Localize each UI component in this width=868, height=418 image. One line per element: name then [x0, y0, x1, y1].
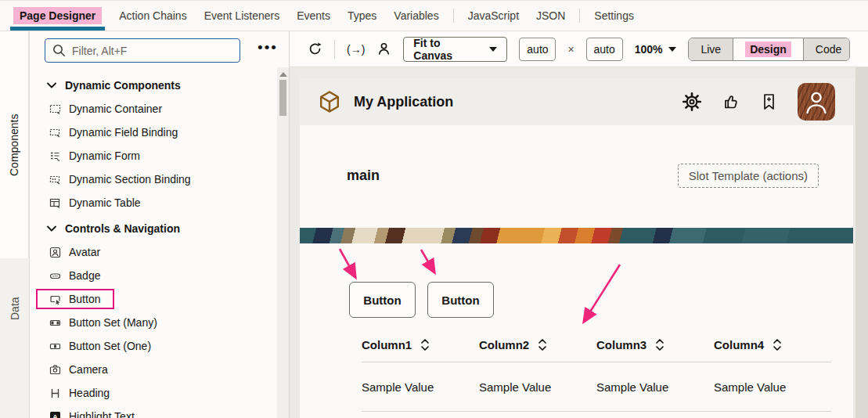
- table-cell: Sample Value: [596, 380, 714, 394]
- tab-json[interactable]: JSON: [528, 1, 574, 31]
- sidebar-item-button-set-many[interactable]: Button Set (Many): [30, 311, 289, 334]
- tab-types[interactable]: Types: [339, 1, 385, 31]
- sort-icon: [773, 338, 782, 351]
- sidebar-item-dynamic-container[interactable]: Dynamic Container: [30, 97, 289, 121]
- column-header[interactable]: Column1: [362, 338, 479, 351]
- table-cell: Sample Value: [479, 380, 596, 394]
- sidebar-scrollbar[interactable]: [277, 67, 289, 418]
- tab-settings[interactable]: Settings: [585, 1, 643, 31]
- search-icon: [52, 43, 67, 58]
- table-row[interactable]: Sample Value Sample Value Sample Value S…: [362, 362, 831, 412]
- fit-to-canvas-select[interactable]: Fit to Canvas: [403, 37, 507, 62]
- caret-down-icon: [489, 47, 497, 52]
- sidebar-item-button[interactable]: Button: [30, 287, 289, 311]
- refresh-icon[interactable]: [308, 41, 322, 56]
- canvas-width-input[interactable]: [519, 38, 556, 61]
- canvas-button-2[interactable]: Button: [427, 282, 494, 318]
- tab-javascript[interactable]: JavaScript: [459, 1, 528, 31]
- heading-icon: [49, 387, 61, 399]
- canvas-page[interactable]: My Application: [300, 78, 853, 418]
- sidebar-item-camera[interactable]: Camera: [30, 358, 289, 381]
- design-mode-button[interactable]: Design: [733, 38, 803, 60]
- section-dynamic-components[interactable]: Dynamic Components: [30, 74, 289, 97]
- table-cell: Sample Value: [714, 380, 831, 394]
- zoom-select[interactable]: 100%: [635, 43, 677, 56]
- design-canvas[interactable]: My Application: [290, 67, 868, 418]
- chevron-down-icon: [47, 225, 56, 232]
- user-avatar[interactable]: [798, 83, 835, 121]
- caret-down-icon: [668, 47, 676, 52]
- dynamic-container-icon: [49, 103, 61, 115]
- page-name-heading: main: [347, 168, 380, 184]
- camera-icon: [49, 364, 61, 376]
- sort-icon: [420, 338, 430, 351]
- avatar-icon: [49, 247, 61, 258]
- top-tab-bar: Page Designer Action Chains Event Listen…: [0, 1, 868, 31]
- button-icon: [49, 294, 61, 305]
- sidebar-item-highlight-text[interactable]: A Highlight Text: [30, 405, 289, 418]
- sidebar-item-dynamic-table[interactable]: Dynamic Table: [30, 191, 289, 214]
- tab-events[interactable]: Events: [288, 1, 339, 31]
- sidebar-item-avatar[interactable]: Avatar: [30, 240, 289, 264]
- dynamic-table-icon: [49, 197, 61, 209]
- left-rail: Components Data: [0, 31, 30, 418]
- sort-icon: [538, 338, 547, 351]
- canvas-scrollbar[interactable]: [855, 67, 868, 418]
- section-title: Controls & Navigation: [65, 222, 180, 235]
- sidebar-item-dynamic-field-binding[interactable]: Dynamic Field Binding: [30, 121, 289, 144]
- sidebar-item-heading[interactable]: Heading: [30, 381, 289, 405]
- filter-input[interactable]: [45, 38, 240, 63]
- overflow-menu-icon[interactable]: •••: [258, 44, 278, 58]
- table-cell: Sample Value: [362, 380, 479, 394]
- slot-template-placeholder[interactable]: Slot Template (actions): [678, 164, 819, 188]
- page-designer-window: Page Designer Action Chains Event Listen…: [0, 0, 868, 418]
- svg-text:A: A: [52, 413, 58, 418]
- settings-gear-icon[interactable]: [682, 92, 702, 112]
- scrollbar-thumb[interactable]: [279, 80, 286, 116]
- app-title: My Application: [354, 94, 453, 110]
- tab-variables[interactable]: Variables: [385, 1, 447, 31]
- tab-event-listeners[interactable]: Event Listeners: [196, 1, 289, 31]
- bookmark-add-icon[interactable]: [761, 93, 777, 111]
- decorative-banner-image: [300, 228, 853, 243]
- like-thumbs-up-icon[interactable]: [722, 93, 740, 111]
- app-header: My Application: [300, 78, 853, 125]
- column-header[interactable]: Column4: [714, 338, 831, 351]
- section-title: Dynamic Components: [65, 79, 181, 92]
- highlight-text-icon: A: [49, 411, 61, 418]
- table-header-row: Column1 Column2 Column3 Column4: [362, 327, 831, 362]
- tab-action-chains[interactable]: Action Chains: [110, 1, 195, 31]
- column-header[interactable]: Column2: [479, 338, 596, 351]
- components-panel: ••• Dynamic Components Dynamic Container…: [30, 31, 290, 418]
- button-set-many-icon: [49, 317, 61, 329]
- sidebar-item-badge[interactable]: Badge: [30, 264, 289, 287]
- column-header[interactable]: Column3: [596, 338, 714, 351]
- dynamic-form-icon: [49, 150, 61, 162]
- vtab-components[interactable]: Components: [0, 31, 29, 258]
- sidebar-item-button-set-one[interactable]: Button Set (One): [30, 334, 289, 358]
- app-logo-icon: [318, 90, 341, 114]
- page-parameters-icon[interactable]: (→): [347, 43, 365, 56]
- tab-divider: [453, 9, 454, 23]
- user-context-icon[interactable]: [376, 41, 391, 56]
- vtab-data[interactable]: Data: [0, 258, 29, 359]
- badge-icon: [49, 270, 61, 282]
- sidebar-item-dynamic-form[interactable]: Dynamic Form: [30, 144, 289, 168]
- scroll-up-arrow-icon[interactable]: [279, 72, 287, 77]
- selection-highlight-box: Button: [36, 289, 114, 309]
- canvas-height-input[interactable]: [586, 38, 623, 61]
- code-mode-button[interactable]: Code: [803, 38, 850, 60]
- canvas-button-1[interactable]: Button: [349, 282, 416, 318]
- tab-divider: [579, 9, 580, 23]
- chevron-down-icon: [47, 82, 56, 88]
- dynamic-field-binding-icon: [49, 127, 61, 139]
- button-set-one-icon: [49, 341, 61, 352]
- mode-switcher: Live Design Code: [688, 38, 850, 61]
- live-mode-button[interactable]: Live: [689, 38, 733, 60]
- data-table: Column1 Column2 Column3 Column4 Sample V…: [362, 327, 831, 412]
- section-controls-navigation[interactable]: Controls & Navigation: [30, 217, 289, 240]
- sidebar-item-dynamic-section-binding[interactable]: Dynamic Section Binding: [30, 168, 289, 191]
- sort-icon: [655, 338, 665, 351]
- canvas-toolbar: (→) Fit to Canvas × 100% Live Design: [290, 31, 868, 67]
- tab-page-designer[interactable]: Page Designer: [5, 1, 110, 31]
